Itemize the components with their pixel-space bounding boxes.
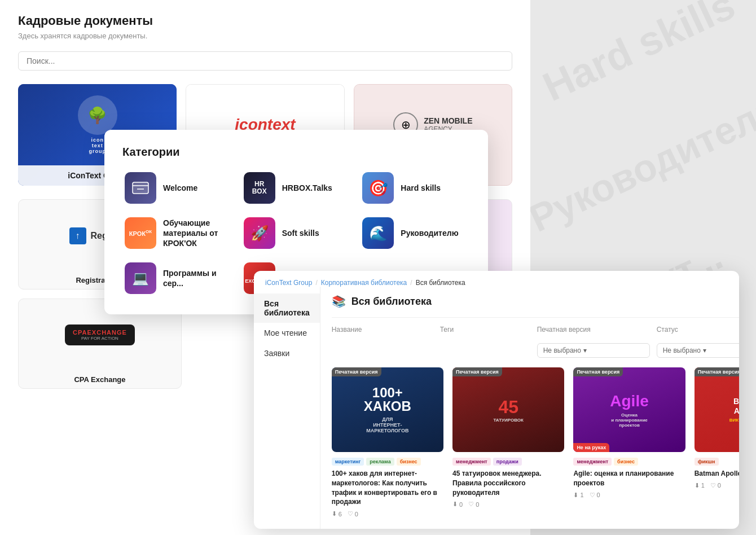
deco-text-rukovoditel: Руководитель: [530, 86, 756, 240]
book-stat-downloads-100haks: ⬇6: [332, 510, 342, 518]
card-name-cpa: CPA Exchange: [19, 371, 181, 388]
filter-name-label: Название: [332, 326, 433, 334]
cat-label-softskills: Soft skills: [282, 228, 319, 238]
category-item-welcome[interactable]: Welcome: [122, 170, 232, 206]
category-item-programmy[interactable]: 💻 Программы и сер...: [122, 260, 232, 296]
cat-label-hardskills: Hard skills: [401, 183, 441, 193]
book-badge-100haks: Печатная версия: [332, 367, 381, 376]
library-sidebar: Вся библиотека Мое чтение Заявки: [254, 287, 320, 529]
cat-icon-hrbox: HRBOX: [244, 172, 275, 204]
book-notavail-agile: Не на руках: [573, 443, 609, 452]
category-item-softskills[interactable]: 🚀 Soft skills: [241, 215, 351, 251]
filter-print-label: Печатная версия: [537, 326, 650, 334]
book-stats-100haks: ⬇6 ♡0: [332, 510, 443, 518]
category-item-hardskills[interactable]: 🎯 Hard skills: [360, 170, 470, 206]
book-title-agile: Agile: оценка и планирование проектов: [573, 469, 685, 488]
deco-text-hardskills: Hard skills: [536, 0, 742, 110]
category-item-ruk[interactable]: 🌊 Руководителю: [360, 215, 470, 251]
book-tags-agile: менеджмент бизнес: [573, 458, 685, 466]
tag-mgmt-45: менеджмент: [452, 458, 491, 466]
book-stat-likes-100haks: ♡0: [348, 510, 358, 518]
book-tags-batman: фикшн: [695, 458, 739, 466]
book-tags-100haks: маркетинг реклама бизнес: [332, 458, 443, 466]
download-icon-2: ⬇: [452, 501, 458, 508]
breadcrumb-icontext[interactable]: iConText Group: [265, 279, 312, 287]
cat-icon-welcome: [125, 172, 156, 204]
book-stats-batman: ⬇1 ♡0: [695, 482, 739, 489]
book-cover-wrap-100haks: 100+ХАКОВ ДЛЯИНТЕРНЕТ-МАРКЕТОЛОГОВ Печат…: [332, 367, 443, 452]
tag-biz-agile: бизнес: [614, 458, 638, 466]
book-cover-wrap-45tattoo: 45 ТАТУИРОВОК Печатная версия: [452, 367, 564, 452]
cat-icon-hardskills: 🎯: [362, 172, 394, 204]
book-cover-wrap-batman: BATMANAPOLLO ВИКТОР ПЕЛЕВИН Печатная вер…: [695, 367, 739, 452]
filter-status-label: Статус: [657, 326, 739, 334]
cat-label-welcome: Welcome: [163, 183, 197, 193]
category-item-krok[interactable]: КРОКОК Обучающие материалы от КРОК'ОК: [122, 215, 232, 251]
book-stat-downloads-45: ⬇0: [452, 501, 463, 508]
tag-fiction-batman: фикшн: [695, 458, 719, 466]
book-card-100haks[interactable]: 100+ХАКОВ ДЛЯИНТЕРНЕТ-МАРКЕТОЛОГОВ Печат…: [332, 367, 443, 518]
library-breadcrumb: iConText Group / Корпоративная библиотек…: [254, 271, 739, 287]
sidebar-my-reading[interactable]: Мое чтение: [254, 323, 320, 343]
book-card-45tattoo[interactable]: 45 ТАТУИРОВОК Печатная версия менеджмент…: [452, 367, 564, 518]
book-badge-batman: Печатная версия: [695, 367, 739, 376]
book-stat-likes-45: ♡0: [468, 501, 479, 508]
cat-icon-programmy: 💻: [125, 262, 156, 294]
breadcrumb-library[interactable]: Корпоративная библиотека: [321, 279, 407, 287]
download-icon-3: ⬇: [573, 492, 578, 499]
filters-selects-row: Не выбрано ▾ Не выбрано ▾ × Сбросить: [332, 343, 739, 358]
books-grid: 100+ХАКОВ ДЛЯИНТЕРНЕТ-МАРКЕТОЛОГОВ Печат…: [332, 367, 739, 518]
book-cover-agile: Agile Оценкаи планированиепроектов: [573, 367, 685, 452]
tag-marketing: маркетинг: [332, 458, 364, 466]
book-cover-45tattoo: 45 ТАТУИРОВОК: [452, 367, 564, 452]
breadcrumb-current: Вся библиотека: [416, 279, 465, 287]
book-badge-agile: Печатная версия: [573, 367, 623, 376]
filter-print-select[interactable]: Не выбрано ▾: [537, 343, 650, 358]
book-stat-likes-agile: ♡0: [590, 492, 600, 499]
book-card-agile[interactable]: Agile Оценкаи планированиепроектов Печат…: [573, 367, 685, 518]
filter-status-select[interactable]: Не выбрано ▾: [657, 343, 739, 358]
tag-mgmt-agile: менеджмент: [573, 458, 612, 466]
book-stats-agile: ⬇1 ♡0: [573, 492, 685, 499]
heart-icon-3: ♡: [590, 492, 595, 499]
tag-sales-45: продажи: [493, 458, 522, 466]
heart-icon-4: ♡: [710, 482, 716, 489]
library-header: 📚 Вся библиотека: [332, 287, 739, 318]
cat-label-ruk: Руководителю: [401, 228, 458, 238]
heart-icon: ♡: [348, 510, 353, 518]
filter-tags-label: Теги: [440, 326, 530, 334]
library-body: Вся библиотека Мое чтение Заявки 📚 Вся б…: [254, 287, 739, 529]
tag-biz: бизнес: [397, 458, 421, 466]
tag-ads: реклама: [366, 458, 394, 466]
cat-label-krok: Обучающие материалы от КРОК'ОК: [163, 218, 230, 249]
cat-label-hrbox: HRBOX.Talks: [282, 183, 332, 193]
filters-row: Название Теги Печатная версия Статус: [332, 326, 739, 334]
sidebar-requests[interactable]: Заявки: [254, 343, 320, 363]
cat-label-programmy: Программы и сер...: [163, 268, 230, 288]
book-stats-45tattoo: ⬇0 ♡0: [452, 501, 564, 508]
book-cover-100haks: 100+ХАКОВ ДЛЯИНТЕРНЕТ-МАРКЕТОЛОГОВ: [332, 367, 443, 452]
download-icon: ⬇: [332, 510, 337, 518]
book-card-batman[interactable]: BATMANAPOLLO ВИКТОР ПЕЛЕВИН Печатная вер…: [695, 367, 739, 518]
book-title-45tattoo: 45 татуировок менеджера. Правила российс…: [452, 469, 564, 497]
page-title: Кадровые документы: [18, 14, 512, 28]
category-item-hrbox[interactable]: HRBOX HRBOX.Talks: [241, 170, 351, 206]
book-title-batman: Batman Apollo: [695, 469, 739, 479]
cat-icon-krok: КРОКОК: [125, 217, 156, 249]
book-badge-45tattoo: Печатная версия: [452, 367, 502, 376]
search-input[interactable]: [18, 51, 512, 71]
sidebar-all-library[interactable]: Вся библиотека: [254, 293, 320, 323]
library-title: Вся библиотека: [351, 296, 432, 308]
book-stat-downloads-agile: ⬇1: [573, 492, 583, 499]
book-title-100haks: 100+ хаков для интернет-маркетологов: Ка…: [332, 469, 443, 507]
library-main: 📚 Вся библиотека Название Теги Печатная …: [320, 287, 739, 529]
cat-icon-softskills: 🚀: [244, 217, 275, 249]
page-subtitle: Здесь хранятся кадровые документы.: [18, 32, 512, 40]
book-tags-45tattoo: менеджмент продажи: [452, 458, 564, 466]
book-stat-likes-batman: ♡0: [710, 482, 721, 489]
categories-title: Категории: [122, 146, 470, 159]
library-icon: 📚: [332, 295, 346, 308]
svg-rect-0: [133, 182, 148, 194]
book-cover-wrap-agile: Agile Оценкаи планированиепроектов Печат…: [573, 367, 685, 452]
library-popup: iConText Group / Корпоративная библиотек…: [254, 271, 739, 529]
